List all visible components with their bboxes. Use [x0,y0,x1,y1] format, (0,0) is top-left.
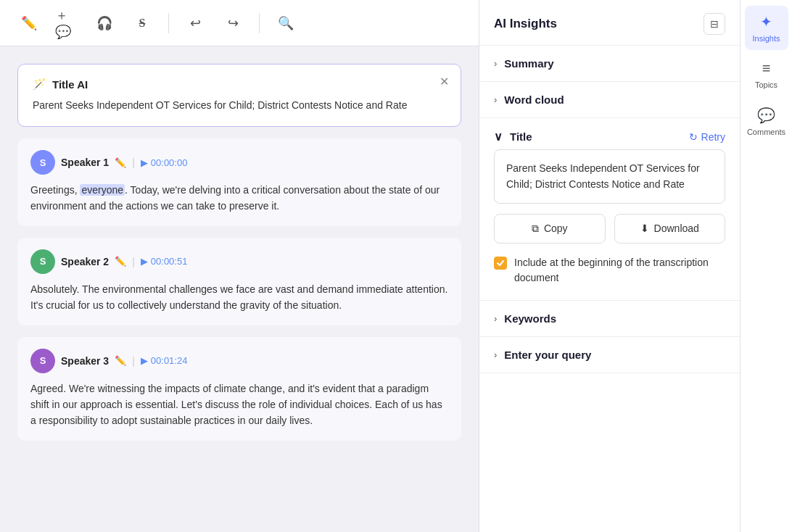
avatar-speaker-2: S [30,249,55,274]
sidebar-item-insights[interactable]: ✦ Insights [745,6,788,50]
edit-icon-1[interactable]: ✏️ [115,157,126,168]
strikethrough-icon[interactable]: S [131,12,154,35]
insights-icon: ✦ [760,13,772,30]
title-section-header: ∨ Title [494,130,532,144]
timestamp-2: ▶ 00:00:51 [141,256,188,267]
keywords-accordion-header[interactable]: › Keywords [479,301,740,336]
speaker-text-2: Absolutely. The environmental challenges… [30,281,448,314]
retry-button[interactable]: ↻ Retry [689,131,725,143]
speaker-block-2: S Speaker 2 ✏️ | ▶ 00:00:51 Absolutely. … [17,238,461,325]
retry-label: Retry [701,131,725,143]
edit-icon-2[interactable]: ✏️ [115,256,126,267]
play-icon-2[interactable]: ▶ [141,256,148,267]
speaker-header-1: S Speaker 1 ✏️ | ▶ 00:00:00 [30,150,448,175]
wordcloud-label: Word cloud [504,93,564,106]
close-icon[interactable]: ✕ [440,75,449,88]
copy-icon: ⧉ [532,223,539,235]
panel-header: AI Insights ⊟ [479,0,740,46]
title-ai-icon: 🪄 [33,78,46,91]
timestamp-1: ▶ 00:00:00 [141,157,188,168]
copy-button[interactable]: ⧉ Copy [494,214,606,244]
title-row: ∨ Title ↻ Retry [479,118,740,149]
redo-icon[interactable]: ↪ [221,12,244,35]
query-label: Enter your query [504,349,591,361]
download-button[interactable]: ⬇ Download [614,214,726,244]
summary-section: › Summary [479,46,740,82]
query-accordion-header[interactable]: › Enter your query [479,337,740,373]
sidebar-item-topics[interactable]: ≡ Topics [745,53,788,96]
topics-label: Topics [755,80,777,89]
toolbar-divider [168,13,169,33]
chevron-right-icon-2: › [494,94,497,105]
summary-accordion-header[interactable]: › Summary [479,46,740,81]
retry-icon: ↻ [689,131,698,143]
speaker-name-1: Speaker 1 [61,157,109,168]
comments-label: Comments [747,128,785,136]
topics-icon: ≡ [762,60,771,77]
panel-title: AI Insights [494,17,557,31]
speaker-text-1: Greetings, everyone. Today, we're delvin… [30,182,448,215]
sidebar-item-comments[interactable]: 💬 Comments [745,99,788,144]
highlight-word: everyone [80,184,125,196]
avatar-speaker-1: S [30,150,55,175]
keywords-label: Keywords [504,312,556,325]
include-checkbox[interactable] [494,257,507,270]
summary-label: Summary [504,57,553,70]
title-content-box: Parent Seeks Independent OT Services for… [494,149,725,204]
title-section: ∨ Title ↻ Retry Parent Seeks Independent… [479,118,740,301]
title-section-label: Title [510,130,532,143]
content-area: 🪄 Title AI ✕ Parent Seeks Independent OT… [0,46,479,532]
download-label: Download [654,223,699,234]
undo-icon[interactable]: ↩ [183,12,207,35]
pen-icon[interactable]: ✏️ [17,12,41,35]
title-ai-label: Title AI [52,78,88,91]
include-label: Include at the beginning of the transcri… [514,255,725,286]
keywords-section: › Keywords [479,301,740,337]
comment-add-icon[interactable]: ＋💬 [55,12,78,35]
toolbar-divider-2 [259,13,260,33]
main-area: ✏️ ＋💬 🎧 S ↩ ↪ 🔍 🪄 Title AI ✕ Parent Seek… [0,0,479,532]
speaker-icon[interactable]: 🎧 [93,12,116,35]
title-ai-text: Parent Seeks Independent OT Services for… [33,98,446,113]
copy-label: Copy [544,223,568,234]
speaker-header-2: S Speaker 2 ✏️ | ▶ 00:00:51 [30,249,448,274]
wordcloud-section: › Word cloud [479,82,740,118]
play-icon-3[interactable]: ▶ [141,355,148,366]
collapse-button[interactable]: ⊟ [704,13,725,35]
insights-label: Insights [753,34,780,43]
title-ai-box: 🪄 Title AI ✕ Parent Seeks Independent OT… [17,64,461,127]
download-icon: ⬇ [640,223,649,234]
play-icon-1[interactable]: ▶ [141,157,148,168]
speaker-name-2: Speaker 2 [61,256,109,267]
avatar-speaker-3: S [30,349,55,373]
chevron-right-icon-3: › [494,313,497,324]
chevron-right-icon: › [494,58,497,69]
include-row: Include at the beginning of the transcri… [494,255,725,286]
ai-insights-panel: AI Insights ⊟ › Summary › Word cloud ∨ T… [479,0,740,532]
chevron-down-icon: ∨ [494,130,503,144]
timestamp-3: ▶ 00:01:24 [141,355,188,366]
title-ai-header: 🪄 Title AI [33,78,446,91]
speaker-block-3: S Speaker 3 ✏️ | ▶ 00:01:24 Agreed. We'r… [17,337,461,441]
wordcloud-accordion-header[interactable]: › Word cloud [479,82,740,117]
speaker-header-3: S Speaker 3 ✏️ | ▶ 00:01:24 [30,349,448,373]
action-buttons: ⧉ Copy ⬇ Download [494,214,725,244]
title-content-text: Parent Seeks Independent OT Services for… [506,162,700,190]
speaker-name-3: Speaker 3 [61,355,109,367]
edit-icon-3[interactable]: ✏️ [115,355,126,366]
speaker-text-3: Agreed. We're witnessing the impacts of … [30,381,448,429]
right-sidebar: ✦ Insights ≡ Topics 💬 Comments [740,0,792,532]
search-icon[interactable]: 🔍 [274,12,297,35]
query-section: › Enter your query [479,337,740,373]
toolbar: ✏️ ＋💬 🎧 S ↩ ↪ 🔍 [0,0,479,46]
comments-icon: 💬 [757,107,775,124]
chevron-right-icon-4: › [494,349,497,360]
speaker-block-1: S Speaker 1 ✏️ | ▶ 00:00:00 Greetings, e… [17,138,461,226]
